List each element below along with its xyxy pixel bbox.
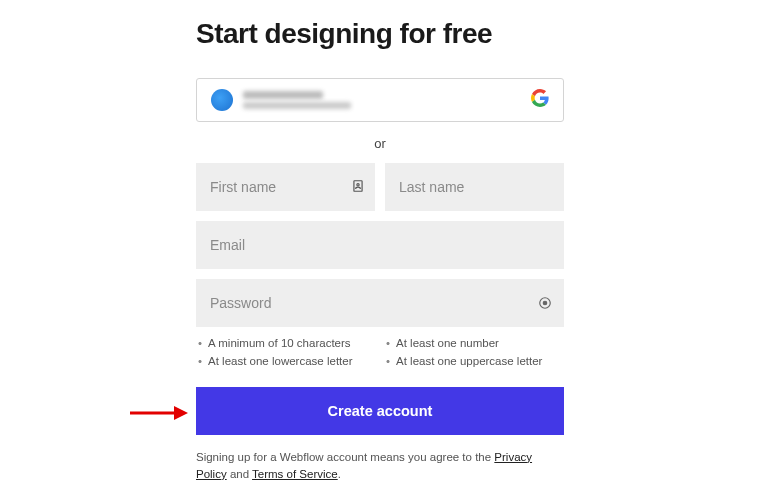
- or-divider: or: [196, 136, 564, 151]
- svg-marker-5: [174, 406, 188, 420]
- email-field[interactable]: [196, 221, 564, 269]
- rule-one-lower: At least one lowercase letter: [208, 355, 352, 367]
- avatar: [211, 89, 233, 111]
- password-rules: •A minimum of 10 characters •At least on…: [196, 337, 564, 369]
- google-account-info: [211, 89, 351, 111]
- create-account-button[interactable]: Create account: [196, 387, 564, 435]
- page-title: Start designing for free: [196, 18, 564, 50]
- google-g-icon: [531, 89, 549, 111]
- rule-one-number: At least one number: [396, 337, 499, 349]
- rule-min-chars: A minimum of 10 characters: [208, 337, 351, 349]
- legal-text: Signing up for a Webflow account means y…: [196, 449, 564, 484]
- password-field[interactable]: [196, 279, 564, 327]
- annotation-arrow-icon: [128, 403, 188, 423]
- rule-one-upper: At least one uppercase letter: [396, 355, 542, 367]
- google-signin-card[interactable]: [196, 78, 564, 122]
- redacted-account-text: [243, 91, 351, 109]
- signup-form-container: Start designing for free or: [196, 0, 564, 483]
- terms-of-service-link[interactable]: Terms of Service: [252, 468, 338, 480]
- first-name-field[interactable]: [196, 163, 375, 211]
- last-name-field[interactable]: [385, 163, 564, 211]
